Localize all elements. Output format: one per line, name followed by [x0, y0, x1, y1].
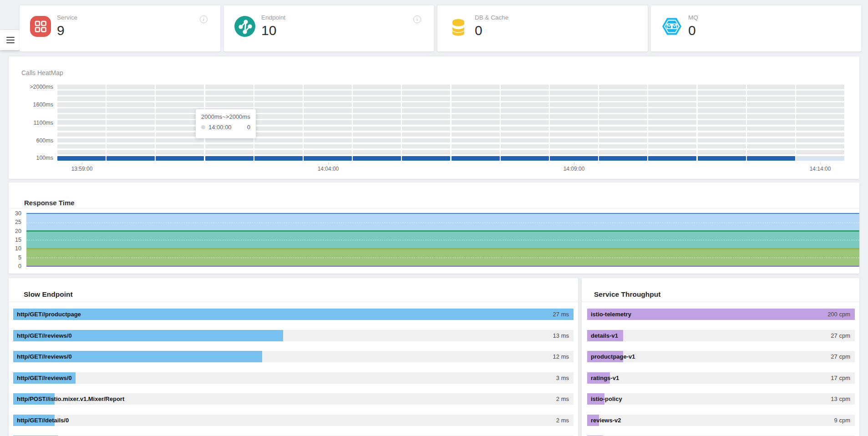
bar-value: 27 ms: [553, 309, 569, 320]
heatmap-cell: [205, 91, 254, 95]
heatmap-cell: [254, 96, 303, 101]
heatmap-cell: [796, 120, 844, 125]
heatmap-cell: [452, 150, 500, 155]
heatmap-cell: [452, 144, 500, 149]
heatmap-cell: [107, 108, 155, 113]
bar-label: http/GET//reviews/0: [17, 330, 72, 341]
heatmap-cell: [304, 120, 352, 125]
heatmap-cell: [304, 85, 352, 89]
heatmap-cell: [501, 156, 549, 161]
heatmap-cell: [156, 144, 204, 149]
heatmap-tooltip: 2000ms~>2000ms 14:00:00 0: [196, 109, 256, 138]
heatmap-cell: [304, 108, 352, 113]
heatmap-axis-tick: [820, 162, 821, 165]
heatmap-cell: [205, 102, 254, 107]
bar-value: 9 cpm: [834, 415, 850, 426]
heatmap-cell: [501, 114, 549, 119]
slow-endpoint-row[interactable]: http/GET//details/02 ms: [13, 415, 574, 426]
slow-endpoint-row[interactable]: http/POST//istio.mixer.v1.Mixer/Report2 …: [13, 393, 574, 405]
heatmap-cell: [550, 127, 598, 131]
heatmap-cell: [107, 96, 155, 101]
service-throughput-row[interactable]: ratings-v117 cpm: [587, 372, 855, 384]
response-time-series-line: [26, 213, 859, 214]
heatmap-x-label: 13:59:00: [71, 166, 93, 172]
heatmap-cell: [648, 144, 696, 149]
heatmap-cell: [747, 138, 795, 143]
heatmap-cell: [107, 91, 155, 95]
heatmap-cell: [107, 144, 155, 149]
heatmap-cell: [304, 144, 352, 149]
heatmap-grid[interactable]: [57, 85, 845, 162]
bar-value: 13 cpm: [831, 393, 850, 405]
heatmap-cell: [402, 156, 450, 161]
endpoint-share-icon: [234, 16, 255, 37]
heatmap-cell: [648, 114, 696, 119]
heatmap-cell: [402, 114, 450, 119]
heatmap-cell: [353, 85, 401, 89]
database-icon: [448, 16, 469, 37]
slow-endpoint-row[interactable]: http/GET//reviews/013 ms: [13, 330, 574, 341]
service-throughput-row[interactable]: istio-telemetry200 cpm: [587, 309, 855, 320]
info-icon[interactable]: i: [200, 15, 208, 23]
info-icon[interactable]: i: [413, 15, 421, 23]
heatmap-cell: [205, 144, 254, 149]
heatmap-cell: [156, 85, 204, 89]
bar-label: istio-telemetry: [591, 309, 631, 320]
heatmap-cell: [796, 85, 844, 89]
heatmap-cell: [57, 102, 106, 107]
heatmap-cell: [698, 102, 746, 107]
heatmap-cell: [402, 132, 450, 137]
heatmap-cell: [452, 120, 500, 125]
service-throughput-row[interactable]: details-v127 cpm: [587, 330, 855, 341]
card-service: Service 9 i: [20, 5, 220, 51]
heatmap-cell: [402, 91, 450, 95]
heatmap-cell: [205, 96, 254, 101]
heatmap-cell: [353, 108, 401, 113]
service-throughput-row[interactable]: productpage-v127 cpm: [587, 351, 855, 362]
heatmap-x-label: 14:09:00: [563, 166, 585, 172]
response-time-y-label: 30: [10, 210, 21, 217]
heatmap-cell: [205, 150, 254, 155]
heatmap-cell: [254, 91, 303, 95]
heatmap-cell: [57, 138, 106, 143]
heatmap-cell: [353, 132, 401, 137]
heatmap-cell: [254, 150, 303, 155]
heatmap-cell: [254, 138, 303, 143]
heatmap-cell: [107, 120, 155, 125]
heatmap-cell: [550, 108, 598, 113]
heatmap-cell: [796, 91, 844, 95]
heatmap-cell: [156, 138, 204, 143]
heatmap-cell: [648, 102, 696, 107]
response-time-panel: Response Time 302520151050: [9, 183, 859, 274]
service-throughput-panel: Service Throughput istio-telemetry200 cp…: [582, 278, 859, 436]
response-time-series-line: [26, 230, 859, 232]
heatmap-cell: [550, 114, 598, 119]
bar-label: http/GET//reviews/0: [17, 372, 72, 384]
heatmap-cell: [550, 132, 598, 137]
slow-endpoint-row[interactable]: http/GET//reviews/03 ms: [13, 372, 574, 384]
slow-endpoint-row[interactable]: http/GET//productpage27 ms: [13, 309, 574, 320]
gridline-dashed: [26, 240, 859, 240]
response-time-y-label: 15: [10, 237, 21, 243]
slow-endpoint-row[interactable]: http/GET//reviews/012 ms: [13, 351, 574, 362]
heatmap-cell: [452, 108, 500, 113]
bar-label: http/GET//reviews/0: [17, 351, 72, 362]
heatmap-y-label: 600ms: [12, 137, 53, 144]
calls-heatmap-panel: Calls HeatMap >2000ms1600ms1100ms600ms10…: [9, 56, 859, 179]
heatmap-y-label: 1600ms: [12, 101, 53, 108]
card-endpoint: Endpoint 10 i: [224, 5, 434, 51]
bar-label: ratings-v1: [591, 372, 619, 384]
heatmap-x-label: 14:04:00: [318, 166, 339, 172]
bar-label: productpage-v1: [591, 351, 635, 362]
heatmap-cell: [501, 96, 549, 101]
heatmap-cell: [648, 132, 696, 137]
card-label: Service: [57, 14, 77, 21]
service-throughput-row[interactable]: reviews-v29 cpm: [587, 415, 855, 426]
sidebar-toggle-button[interactable]: [0, 30, 20, 50]
heatmap-cell: [254, 144, 303, 149]
service-throughput-row[interactable]: istio-policy13 cpm: [587, 393, 855, 405]
heatmap-cell: [796, 156, 844, 161]
heatmap-cell: [698, 120, 746, 125]
heatmap-cell: [550, 120, 598, 125]
heatmap-cell: [550, 91, 598, 95]
